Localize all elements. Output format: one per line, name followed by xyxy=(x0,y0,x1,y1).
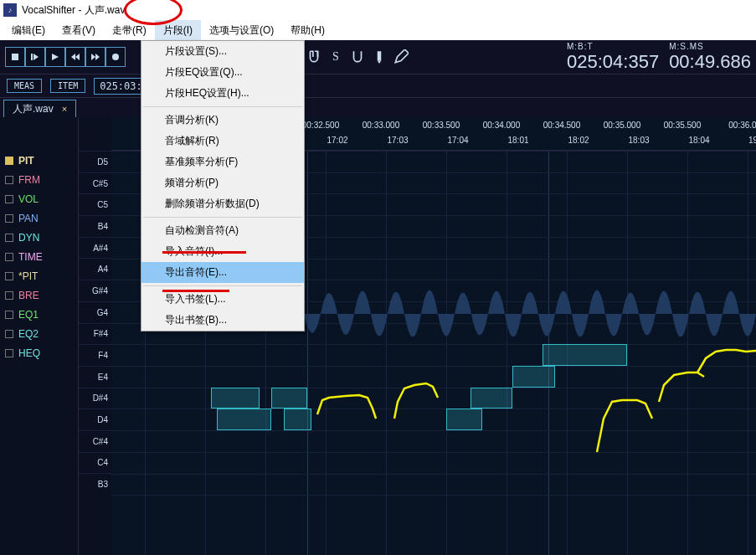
key-C#5[interactable]: C#5 xyxy=(79,172,111,194)
key-E4[interactable]: E4 xyxy=(79,366,111,388)
menu-item[interactable]: 删除频谱分析数据(D) xyxy=(141,193,304,214)
key-C5[interactable]: C5 xyxy=(79,193,111,215)
checkbox-icon[interactable] xyxy=(5,253,13,261)
svg-rect-1 xyxy=(31,54,33,60)
checkbox-icon[interactable] xyxy=(5,291,13,300)
checkbox-icon[interactable] xyxy=(5,330,13,338)
checkbox-icon[interactable] xyxy=(5,234,13,242)
waveform xyxy=(287,260,756,368)
param-pit[interactable]: PIT xyxy=(0,151,78,170)
close-icon[interactable]: × xyxy=(62,104,67,114)
sub-toolbar: MEAS ITEM 025:03: xyxy=(0,74,756,97)
marker-icon[interactable] xyxy=(372,49,387,64)
pitch-curve[interactable] xyxy=(394,383,438,419)
svg-rect-0 xyxy=(12,54,18,60)
checkbox-icon[interactable] xyxy=(5,214,13,223)
svg-marker-4 xyxy=(71,54,75,60)
key-G#4[interactable]: G#4 xyxy=(79,280,111,301)
mbt-label: M:B:T xyxy=(567,42,659,51)
param-label: EQ2 xyxy=(18,328,39,340)
checkbox-icon[interactable] xyxy=(5,349,13,357)
tab-label: 人声.wav xyxy=(13,102,54,116)
menu-help[interactable]: 帮助(H) xyxy=(282,20,333,40)
checkbox-icon[interactable] xyxy=(5,311,13,319)
key-F4[interactable]: F4 xyxy=(79,344,111,366)
play-start-button[interactable] xyxy=(25,47,45,67)
menu-item[interactable]: 音域解析(R) xyxy=(141,131,304,152)
magnet2-icon[interactable] xyxy=(350,49,365,64)
key-A#4[interactable]: A#4 xyxy=(79,237,111,259)
key-D5[interactable]: D5 xyxy=(79,151,111,172)
param-dyn[interactable]: DYN xyxy=(0,228,78,247)
param-*pit[interactable]: *PIT xyxy=(0,266,78,285)
param-heq[interactable]: HEQ xyxy=(0,343,78,362)
checkbox-icon[interactable] xyxy=(5,157,13,165)
param-label: EQ1 xyxy=(18,309,39,321)
pitch-curve[interactable] xyxy=(597,400,652,452)
param-frm[interactable]: FRM xyxy=(0,170,78,189)
svg-marker-7 xyxy=(95,54,100,60)
note-block[interactable] xyxy=(211,388,260,409)
param-label: HEQ xyxy=(18,347,40,359)
key-B4[interactable]: B4 xyxy=(79,215,111,237)
app-title: VocalShifter xyxy=(22,4,75,16)
item-button[interactable]: ITEM xyxy=(50,79,85,93)
checkbox-icon[interactable] xyxy=(5,195,13,203)
menu-transport[interactable]: 走带(R) xyxy=(104,20,155,40)
svg-marker-10 xyxy=(378,61,382,64)
checkbox-icon[interactable] xyxy=(5,272,13,280)
rewind-button[interactable] xyxy=(65,47,85,67)
menu-item[interactable]: 导出音符(E)... xyxy=(141,262,304,283)
play-button[interactable] xyxy=(45,47,65,67)
menu-item[interactable]: 频谱分析(P) xyxy=(141,172,304,193)
key-D4[interactable]: D4 xyxy=(79,409,111,430)
key-G4[interactable]: G4 xyxy=(79,301,111,323)
param-eq2[interactable]: EQ2 xyxy=(0,324,78,343)
time-display: M:B:T 025:04:357 M:S.MS 00:49.686 xyxy=(567,42,751,73)
param-bre[interactable]: BRE xyxy=(0,285,78,305)
menu-segment[interactable]: 片段(I) xyxy=(155,20,201,40)
titlebar: ♪ VocalShifter - 人声.wav xyxy=(0,0,756,20)
key-B3[interactable]: B3 xyxy=(79,473,111,495)
note-block[interactable] xyxy=(471,388,512,409)
forward-button[interactable] xyxy=(85,47,105,67)
param-vol[interactable]: VOL xyxy=(0,189,78,208)
toolbar: S M:B:T 025:04:357 M:S.MS 00:49.686 xyxy=(0,40,756,74)
param-eq1[interactable]: EQ1 xyxy=(0,305,78,324)
menu-item[interactable]: 片段EQ设置(Q)... xyxy=(141,62,304,83)
key-C#4[interactable]: C#4 xyxy=(79,430,111,452)
stop-button[interactable] xyxy=(5,47,25,67)
menu-view[interactable]: 查看(V) xyxy=(54,20,104,40)
svg-point-8 xyxy=(112,54,119,60)
menu-item[interactable]: 片段设置(S)... xyxy=(141,41,304,62)
param-label: VOL xyxy=(18,193,39,205)
key-D#4[interactable]: D#4 xyxy=(79,388,111,409)
param-panel: PITFRMVOLPANDYNTIME*PITBREEQ1EQ2HEQ xyxy=(0,117,78,362)
menu-item[interactable]: 音调分析(K) xyxy=(141,110,304,131)
key-C4[interactable]: C4 xyxy=(79,452,111,474)
note-block[interactable] xyxy=(284,409,311,430)
magnet-icon[interactable] xyxy=(306,49,321,64)
key-F#4[interactable]: F#4 xyxy=(79,323,111,345)
menu-item[interactable]: 片段HEQ设置(H)... xyxy=(141,83,304,104)
snap-s-icon[interactable]: S xyxy=(328,49,343,64)
note-block[interactable] xyxy=(512,366,554,388)
menu-options[interactable]: 选项与设置(O) xyxy=(201,20,282,40)
checkbox-icon[interactable] xyxy=(5,176,13,184)
key-A4[interactable]: A4 xyxy=(79,258,111,280)
note-block[interactable] xyxy=(271,388,307,409)
pencil-icon[interactable] xyxy=(393,49,409,64)
meas-button[interactable]: MEAS xyxy=(7,79,42,93)
menu-item[interactable]: 基准频率分析(F) xyxy=(141,152,304,172)
svg-marker-3 xyxy=(52,54,59,60)
menu-edit[interactable]: 编辑(E) xyxy=(3,20,54,40)
param-time[interactable]: TIME xyxy=(0,247,78,266)
menu-item[interactable]: 自动检测音符(A) xyxy=(141,220,304,241)
menu-item[interactable]: 导出书签(B)... xyxy=(141,310,304,331)
note-block[interactable] xyxy=(543,344,627,366)
tab-file[interactable]: 人声.wav × xyxy=(3,100,76,117)
note-block[interactable] xyxy=(217,409,271,430)
record-button[interactable] xyxy=(105,47,126,67)
note-block[interactable] xyxy=(446,409,482,430)
param-pan[interactable]: PAN xyxy=(0,208,78,228)
